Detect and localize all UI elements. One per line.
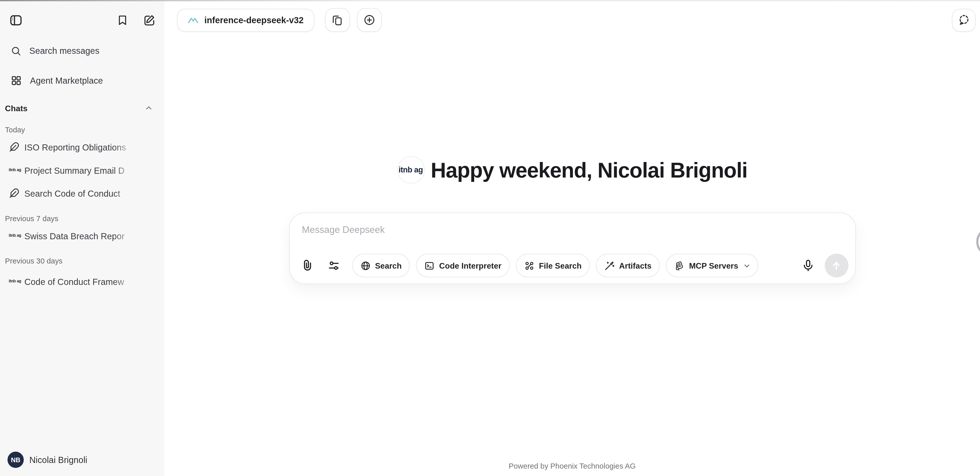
attach-file-button[interactable]: [301, 259, 313, 273]
model-logo-icon: [188, 16, 199, 24]
plus-circle-icon: [363, 14, 375, 26]
chevron-down-icon: [743, 262, 750, 269]
chats-section-header[interactable]: Chats: [0, 100, 164, 116]
temporary-chat-button[interactable]: [952, 8, 976, 32]
grid-icon: [11, 75, 22, 86]
chat-list-item[interactable]: Search Code of Conduct: [0, 182, 164, 205]
globe-icon: [360, 260, 371, 271]
chat-section-label: Previous 30 days: [0, 257, 164, 265]
tool-code-interpreter-button[interactable]: Code Interpreter: [416, 254, 509, 277]
chat-list-item[interactable]: itnb ag Swiss Data Breach Repor: [0, 224, 164, 248]
chat-title: Swiss Data Breach Repor: [24, 231, 134, 241]
quill-icon: [9, 142, 19, 152]
greeting-block: itnb ag Happy weekend, Nicolai Brignoli: [397, 156, 748, 184]
window-top-hairline: [0, 0, 980, 1]
tool-label: Code Interpreter: [439, 261, 501, 270]
add-model-button[interactable]: [357, 8, 382, 32]
wand-icon: [604, 260, 615, 271]
tool-label: MCP Servers: [689, 261, 738, 270]
quill-icon: [9, 188, 19, 199]
search-icon: [11, 45, 21, 56]
tool-file-search-button[interactable]: File Search: [516, 254, 590, 277]
itnb-logo-icon: itnb ag: [9, 234, 19, 238]
microphone-icon: [801, 259, 815, 273]
tool-label: Search: [375, 261, 402, 270]
app-window: Search messages Agent Marketplace Chats: [0, 0, 980, 476]
search-messages-label: Search messages: [29, 46, 99, 56]
sidebar: Search messages Agent Marketplace Chats: [0, 0, 164, 476]
tool-search-button[interactable]: Search: [352, 254, 410, 277]
tool-mcp-servers-button[interactable]: MCP Servers: [666, 254, 758, 277]
sidebar-toggle-button[interactable]: [9, 13, 23, 27]
chat-list-item[interactable]: itnb ag Code of Conduct Framew: [0, 270, 164, 293]
new-chat-button[interactable]: [142, 14, 156, 27]
tool-label: Artifacts: [619, 261, 652, 270]
chats-header-label: Chats: [5, 103, 27, 113]
itnb-avatar: itnb ag: [397, 156, 425, 184]
compose-icon: [142, 14, 156, 27]
paperclip-icon: [301, 259, 313, 273]
bookmark-icon: [116, 14, 129, 27]
chat-title: Code of Conduct Framew: [24, 276, 134, 286]
tool-artifacts-button[interactable]: Artifacts: [596, 254, 660, 277]
tool-label: File Search: [539, 261, 582, 270]
panel-drag-handle[interactable]: [974, 232, 980, 252]
greeting-title: Happy weekend, Nicolai Brignoli: [431, 158, 748, 182]
terminal-icon: [424, 260, 435, 271]
chat-section-label: Today: [0, 125, 164, 134]
agent-marketplace-label: Agent Marketplace: [30, 76, 103, 86]
send-message-button[interactable]: [824, 254, 848, 277]
sidebar-header: [0, 0, 164, 40]
chat-title: Search Code of Conduct: [24, 188, 134, 198]
tools-settings-button[interactable]: [327, 259, 340, 272]
voice-input-button[interactable]: [801, 259, 815, 273]
chevron-up-icon: [145, 104, 152, 112]
arrow-up-icon: [830, 260, 842, 272]
compare-models-button[interactable]: [325, 8, 350, 32]
powered-by-footer: Powered by Phoenix Technologies AG: [509, 462, 636, 470]
sidebar-item-agent-marketplace[interactable]: Agent Marketplace: [0, 70, 164, 91]
message-composer: Search Code Interpreter: [289, 213, 856, 284]
itnb-logo-icon: itnb ag: [9, 279, 19, 283]
chat-section-label: Previous 7 days: [0, 214, 164, 223]
composer-toolbar: Search Code Interpreter: [301, 254, 848, 277]
chat-history: Today ISO Reporting Obligations itnb ag …: [0, 125, 164, 293]
sidebar-item-search-messages[interactable]: Search messages: [0, 40, 164, 61]
message-input[interactable]: [302, 224, 827, 244]
chat-title: ISO Reporting Obligations: [24, 142, 134, 152]
chat-list-item[interactable]: ISO Reporting Obligations: [0, 135, 164, 159]
user-profile-button[interactable]: NB Nicolai Brignoli: [7, 452, 87, 468]
chat-title: Project Summary Email D: [24, 165, 134, 175]
model-name: inference-deepseek-v32: [204, 15, 304, 25]
bookmarks-button[interactable]: [116, 14, 129, 27]
panel-toggle-icon: [9, 13, 23, 27]
main-area: inference-deepseek-v32: [164, 0, 980, 476]
chat-list-item[interactable]: itnb ag Project Summary Email D: [0, 159, 164, 182]
itnb-logo-icon: itnb ag: [9, 168, 19, 172]
model-selector[interactable]: inference-deepseek-v32: [177, 8, 314, 32]
dashed-chat-bubble-icon: [958, 14, 970, 26]
user-name: Nicolai Brignoli: [29, 455, 87, 465]
nodes-icon: [524, 260, 535, 271]
copy-icon: [331, 14, 344, 26]
sliders-icon: [327, 259, 340, 272]
user-avatar: NB: [7, 452, 24, 468]
topbar: inference-deepseek-v32: [164, 0, 980, 40]
layers-icon: [674, 260, 685, 271]
